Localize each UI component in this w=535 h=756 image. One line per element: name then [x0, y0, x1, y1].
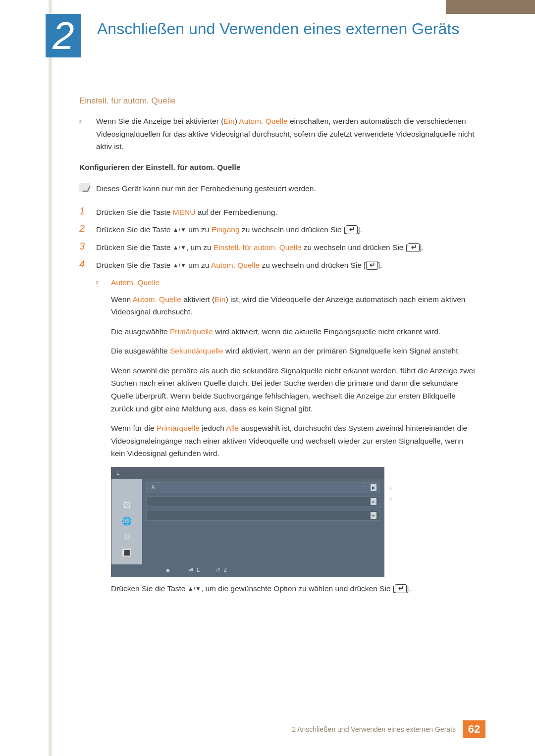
- config-heading: Konfigurieren der Einstell. für autom. Q…: [79, 161, 476, 174]
- t: Drücken Sie die Taste: [111, 584, 188, 593]
- osd-menu-icon: 🌐: [121, 516, 133, 527]
- t: ].: [358, 225, 362, 234]
- t: MENU: [173, 208, 196, 216]
- osd-hint-enter: E: [189, 566, 201, 575]
- step-number: 4: [79, 258, 96, 595]
- enter-icon: [346, 225, 358, 234]
- t: Autom. Quelle: [133, 295, 181, 303]
- chapter-number: 2: [53, 16, 74, 55]
- t: Ein: [223, 117, 234, 125]
- chevron-right-icon: ▶: [371, 484, 376, 491]
- step-number: 2: [79, 222, 96, 236]
- t: Drücken Sie die Taste: [96, 225, 173, 234]
- t: zu wechseln und drücken Sie [: [240, 225, 346, 234]
- t: Drücken Sie die Taste: [96, 243, 173, 252]
- osd-screenshot: E 🖼 🌐 ⚙ 🔳 A : ▶: [111, 467, 384, 577]
- intro-text: Wenn Sie die Anzeige bei aktivierter (Ei…: [96, 115, 476, 153]
- osd-row-value: :: [363, 484, 366, 492]
- step-4: 4 Drücken Sie die Taste ▲/▼ um zu Autom.…: [79, 258, 476, 595]
- para: Die ausgewählte Sekundärquelle wird akti…: [111, 345, 476, 357]
- t: um zu: [186, 225, 212, 234]
- para: Die ausgewählte Primärquelle wird aktivi…: [111, 325, 476, 338]
- t: Ein: [214, 295, 225, 303]
- t: Wenn Sie die Anzeige bei aktivierter (: [96, 117, 223, 125]
- osd-row-label: A: [152, 484, 363, 492]
- t: zu wechseln und drücken Sie [: [302, 243, 408, 252]
- footer-text: 2 Anschließen und Verwenden eines extern…: [292, 725, 456, 733]
- t: Wenn für die: [111, 424, 157, 432]
- t: Alle: [226, 424, 239, 432]
- step-1: 1 Drücken Sie die Taste MENU auf der Fer…: [79, 205, 476, 219]
- t: wird aktiviert, wenn die aktuelle Eingan…: [213, 327, 440, 336]
- t: auf der Fernbedienung.: [195, 208, 277, 216]
- t: Primärquelle: [157, 424, 200, 432]
- t: Sekundärquelle: [170, 347, 223, 355]
- t: Drücken Sie die Taste: [96, 261, 173, 269]
- updown-icon: ▲/▼: [173, 244, 186, 251]
- t: ].: [407, 584, 411, 593]
- enter-icon: [395, 584, 407, 593]
- osd-footer: E Z: [111, 564, 384, 577]
- t: wird aktiviert, wenn an der primären Sig…: [223, 347, 460, 355]
- chapter-title: Anschließen und Verwenden eines externen…: [97, 19, 476, 39]
- osd-icon-column: 🖼 🌐 ⚙ 🔳: [111, 479, 142, 564]
- t: Eingang: [212, 225, 240, 234]
- para: Wenn sowohl die primäre als auch die sek…: [111, 364, 476, 415]
- osd-title: E: [111, 467, 384, 480]
- osd-row: ▸: [146, 510, 380, 521]
- para: Wenn für die Primärquelle jedoch Alle au…: [111, 422, 476, 460]
- t: Die ausgewählte: [111, 327, 170, 336]
- t: , um zu: [186, 243, 214, 252]
- bullet-marker: z: [96, 276, 111, 289]
- t: zu wechseln und drücken Sie [: [260, 261, 366, 269]
- osd-menu-icon: ⚙: [121, 532, 133, 543]
- osd-body: 🖼 🌐 ⚙ 🔳 A : ▶: [111, 479, 384, 564]
- step-body: Drücken Sie die Taste ▲/▼ um zu Eingang …: [96, 222, 476, 236]
- note-icon: [79, 182, 96, 195]
- osd-row: A : ▶: [146, 482, 380, 493]
- chapter-badge: 2: [46, 14, 81, 57]
- t: , um die gewünschte Option zu wählen und…: [201, 584, 395, 593]
- updown-icon: ▲/▼: [173, 226, 186, 233]
- page-content: Einstell. für autom. Quelle z Wenn Sie d…: [79, 94, 476, 599]
- osd-row: ▸: [146, 496, 380, 507]
- t: um zu: [186, 261, 211, 269]
- chevron-right-icon: ▸: [371, 512, 376, 519]
- t: ].: [378, 261, 382, 269]
- t: Wenn: [111, 295, 133, 303]
- step-body: Drücken Sie die Taste ▲/▼, um zu Einstel…: [96, 240, 476, 254]
- osd-menu-icon: 🔳: [121, 548, 133, 558]
- bullet-marker: z: [79, 115, 96, 153]
- t: Autom. Quelle: [239, 117, 287, 125]
- section-heading: Einstell. für autom. Quelle: [79, 94, 476, 108]
- t: aktiviert (: [181, 295, 214, 303]
- osd-hint-back: Z: [216, 566, 228, 575]
- t: Primärquelle: [170, 327, 213, 336]
- osd-side-hints: A A: [389, 483, 458, 504]
- step-body: Drücken Sie die Taste ▲/▼ um zu Autom. Q…: [96, 258, 476, 595]
- side-rule-shadow: [52, 0, 53, 756]
- enter-icon: [366, 261, 378, 270]
- t: Drücken Sie die Taste: [96, 208, 173, 216]
- below-osd-text: Drücken Sie die Taste ▲/▼, um die gewüns…: [111, 582, 476, 595]
- t: Einstell. für autom. Quelle: [214, 243, 301, 252]
- intro-bullet: z Wenn Sie die Anzeige bei aktivierter (…: [79, 115, 476, 153]
- step-2: 2 Drücken Sie die Taste ▲/▼ um zu Eingan…: [79, 222, 476, 236]
- t: Die ausgewählte: [111, 347, 170, 355]
- step-number: 3: [79, 240, 96, 254]
- autom-quelle-label: Autom. Quelle: [111, 276, 160, 289]
- updown-icon: ▲/▼: [188, 585, 201, 592]
- para: Wenn Autom. Quelle aktiviert (Ein) ist, …: [111, 293, 476, 318]
- step-3: 3 Drücken Sie die Taste ▲/▼, um zu Einst…: [79, 240, 476, 254]
- enter-icon: [408, 243, 420, 252]
- autom-block: Wenn Autom. Quelle aktiviert (Ein) ist, …: [111, 293, 476, 460]
- sub-bullet: z Autom. Quelle: [96, 276, 476, 289]
- step-number: 1: [79, 205, 96, 219]
- t: ].: [420, 243, 424, 252]
- osd-hint: A: [389, 494, 458, 504]
- osd-hint: A: [389, 483, 458, 494]
- chevron-right-icon: ▸: [371, 498, 376, 505]
- osd-rows: A : ▶ ▸ ▸: [142, 479, 384, 564]
- step-body: Drücken Sie die Taste MENU auf der Fernb…: [96, 205, 476, 219]
- osd-menu-icon: 🖼: [121, 500, 133, 511]
